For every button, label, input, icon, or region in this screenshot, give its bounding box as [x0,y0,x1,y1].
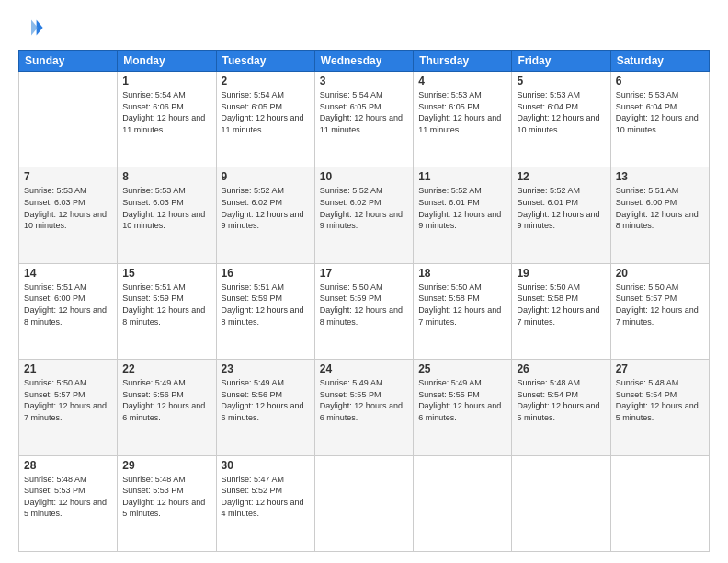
calendar-cell [19,72,118,167]
day-number: 24 [320,362,408,375]
day-info: Sunrise: 5:53 AMSunset: 6:04 PMDaylight:… [616,89,704,135]
calendar-cell: 23Sunrise: 5:49 AMSunset: 5:56 PMDayligh… [216,360,314,455]
calendar-cell: 7Sunrise: 5:53 AMSunset: 6:03 PMDaylight… [19,167,118,263]
calendar-cell: 17Sunrise: 5:50 AMSunset: 5:59 PMDayligh… [314,263,413,359]
day-info: Sunrise: 5:49 AMSunset: 5:55 PMDaylight:… [418,377,506,423]
day-number: 22 [122,362,210,375]
calendar-cell: 16Sunrise: 5:51 AMSunset: 5:59 PMDayligh… [216,263,314,359]
day-info: Sunrise: 5:50 AMSunset: 5:59 PMDaylight:… [320,282,408,327]
week-row-2: 7Sunrise: 5:53 AMSunset: 6:03 PMDaylight… [19,167,710,263]
weekday-header-friday: Friday [512,51,610,72]
day-number: 9 [222,170,310,183]
calendar-cell: 2Sunrise: 5:54 AMSunset: 6:05 PMDaylight… [216,72,314,167]
calendar-cell: 29Sunrise: 5:48 AMSunset: 5:53 PMDayligh… [118,455,216,551]
header [18,15,710,40]
day-info: Sunrise: 5:48 AMSunset: 5:53 PMDaylight:… [122,474,210,520]
day-info: Sunrise: 5:52 AMSunset: 6:01 PMDaylight:… [517,185,605,231]
calendar-cell [414,455,512,551]
calendar-cell: 21Sunrise: 5:50 AMSunset: 5:57 PMDayligh… [19,360,118,455]
calendar-cell: 30Sunrise: 5:47 AMSunset: 5:52 PMDayligh… [216,455,314,551]
calendar-cell: 12Sunrise: 5:52 AMSunset: 6:01 PMDayligh… [512,167,610,263]
calendar-cell: 4Sunrise: 5:53 AMSunset: 6:05 PMDaylight… [414,72,512,167]
week-row-5: 28Sunrise: 5:48 AMSunset: 5:53 PMDayligh… [19,455,710,551]
calendar-cell: 26Sunrise: 5:48 AMSunset: 5:54 PMDayligh… [512,360,610,455]
day-info: Sunrise: 5:49 AMSunset: 5:56 PMDaylight:… [222,377,310,423]
day-number: 7 [24,170,112,183]
day-info: Sunrise: 5:52 AMSunset: 6:02 PMDaylight:… [222,185,310,231]
weekday-header-sunday: Sunday [19,51,118,72]
calendar-cell: 3Sunrise: 5:54 AMSunset: 6:05 PMDaylight… [314,72,413,167]
day-number: 20 [616,267,704,280]
calendar-cell: 28Sunrise: 5:48 AMSunset: 5:53 PMDayligh… [19,455,118,551]
day-info: Sunrise: 5:51 AMSunset: 6:00 PMDaylight:… [616,185,704,231]
day-info: Sunrise: 5:54 AMSunset: 6:05 PMDaylight:… [222,89,310,135]
day-info: Sunrise: 5:53 AMSunset: 6:04 PMDaylight:… [517,89,605,135]
day-number: 30 [222,459,310,472]
day-number: 29 [122,459,210,472]
day-number: 18 [418,267,506,280]
week-row-4: 21Sunrise: 5:50 AMSunset: 5:57 PMDayligh… [19,360,710,455]
calendar-cell: 6Sunrise: 5:53 AMSunset: 6:04 PMDaylight… [610,72,709,167]
weekday-header-saturday: Saturday [610,51,709,72]
calendar-cell: 9Sunrise: 5:52 AMSunset: 6:02 PMDaylight… [216,167,314,263]
calendar-cell: 24Sunrise: 5:49 AMSunset: 5:55 PMDayligh… [314,360,413,455]
day-info: Sunrise: 5:51 AMSunset: 6:00 PMDaylight:… [24,282,112,327]
day-number: 10 [320,170,408,183]
day-number: 5 [517,75,605,87]
calendar-cell [314,455,413,551]
day-number: 13 [616,170,704,183]
calendar-cell: 22Sunrise: 5:49 AMSunset: 5:56 PMDayligh… [118,360,216,455]
day-number: 8 [122,170,210,183]
day-info: Sunrise: 5:49 AMSunset: 5:55 PMDaylight:… [320,377,408,423]
day-number: 3 [320,75,408,87]
calendar-cell: 11Sunrise: 5:52 AMSunset: 6:01 PMDayligh… [414,167,512,263]
day-info: Sunrise: 5:54 AMSunset: 6:05 PMDaylight:… [320,89,408,135]
week-row-1: 1Sunrise: 5:54 AMSunset: 6:06 PMDaylight… [19,72,710,167]
calendar-cell: 5Sunrise: 5:53 AMSunset: 6:04 PMDaylight… [512,72,610,167]
day-number: 19 [517,267,605,280]
weekday-header-wednesday: Wednesday [314,51,413,72]
day-info: Sunrise: 5:50 AMSunset: 5:58 PMDaylight:… [517,282,605,327]
day-number: 17 [320,267,408,280]
logo [18,15,48,40]
page: SundayMondayTuesdayWednesdayThursdayFrid… [0,0,728,563]
calendar-cell: 10Sunrise: 5:52 AMSunset: 6:02 PMDayligh… [314,167,413,263]
calendar-cell: 20Sunrise: 5:50 AMSunset: 5:57 PMDayligh… [610,263,709,359]
day-number: 4 [418,75,506,87]
calendar-cell [512,455,610,551]
calendar-cell: 19Sunrise: 5:50 AMSunset: 5:58 PMDayligh… [512,263,610,359]
day-info: Sunrise: 5:48 AMSunset: 5:54 PMDaylight:… [616,377,704,423]
weekday-header-thursday: Thursday [414,51,512,72]
calendar-cell: 18Sunrise: 5:50 AMSunset: 5:58 PMDayligh… [414,263,512,359]
weekday-header-row: SundayMondayTuesdayWednesdayThursdayFrid… [19,51,710,72]
day-number: 16 [222,267,310,280]
day-number: 26 [517,362,605,375]
weekday-header-monday: Monday [118,51,216,72]
calendar-cell: 13Sunrise: 5:51 AMSunset: 6:00 PMDayligh… [610,167,709,263]
day-info: Sunrise: 5:50 AMSunset: 5:57 PMDaylight:… [616,282,704,327]
day-number: 23 [222,362,310,375]
day-number: 12 [517,170,605,183]
day-info: Sunrise: 5:48 AMSunset: 5:54 PMDaylight:… [517,377,605,423]
day-number: 6 [616,75,704,87]
calendar-cell: 1Sunrise: 5:54 AMSunset: 6:06 PMDaylight… [118,72,216,167]
day-number: 28 [24,459,112,472]
calendar-cell [610,455,709,551]
calendar-cell: 8Sunrise: 5:53 AMSunset: 6:03 PMDaylight… [118,167,216,263]
day-number: 2 [222,75,310,87]
weekday-header-tuesday: Tuesday [216,51,314,72]
day-info: Sunrise: 5:53 AMSunset: 6:03 PMDaylight:… [24,185,112,231]
day-info: Sunrise: 5:53 AMSunset: 6:03 PMDaylight:… [122,185,210,231]
calendar-cell: 15Sunrise: 5:51 AMSunset: 5:59 PMDayligh… [118,263,216,359]
day-info: Sunrise: 5:50 AMSunset: 5:57 PMDaylight:… [24,377,112,423]
day-number: 15 [122,267,210,280]
day-info: Sunrise: 5:50 AMSunset: 5:58 PMDaylight:… [418,282,506,327]
calendar-cell: 14Sunrise: 5:51 AMSunset: 6:00 PMDayligh… [19,263,118,359]
day-number: 27 [616,362,704,375]
day-number: 21 [24,362,112,375]
day-info: Sunrise: 5:48 AMSunset: 5:53 PMDaylight:… [24,474,112,520]
day-number: 1 [122,75,210,87]
day-number: 11 [418,170,506,183]
day-info: Sunrise: 5:49 AMSunset: 5:56 PMDaylight:… [122,377,210,423]
day-number: 25 [418,362,506,375]
